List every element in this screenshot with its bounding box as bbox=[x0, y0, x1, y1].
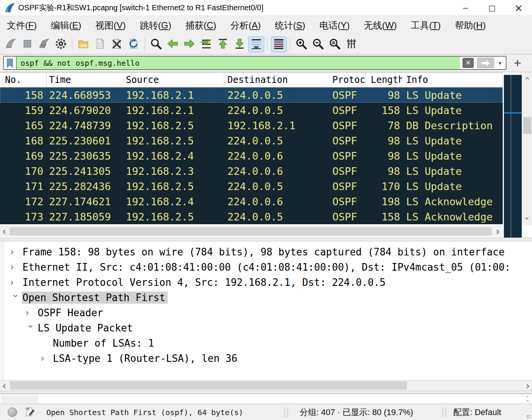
close-button[interactable]: × bbox=[505, 0, 532, 16]
menu-item[interactable]: 统计(S) bbox=[275, 19, 305, 32]
detail-tree-item[interactable]: ›Ethernet II, Src: c4:01:08:41:00:00 (c4… bbox=[3, 260, 532, 275]
cell-protocol: OSPF bbox=[330, 211, 366, 223]
filter-add-button[interactable]: + bbox=[511, 54, 524, 71]
go-forward-button[interactable] bbox=[181, 36, 197, 52]
details-hscrollbar[interactable]: ‹ › bbox=[0, 380, 532, 391]
packet-list-vscroll-thumb[interactable] bbox=[523, 117, 531, 134]
save-file-button[interactable]: 01010110 bbox=[92, 36, 108, 52]
filter-bar: ospf && not ospf.msg.hello ✕ ▾ + bbox=[0, 54, 532, 72]
details-tree: ›Frame 158: 98 bytes on wire (784 bits),… bbox=[3, 244, 532, 366]
go-to-packet-button[interactable] bbox=[198, 36, 214, 52]
menu-item[interactable]: 捕获(C) bbox=[185, 19, 216, 32]
menu-item[interactable]: 帮助(H) bbox=[455, 19, 486, 32]
detail-tree-item[interactable]: ›OSPF Header bbox=[3, 305, 532, 320]
packet-row[interactable]: 169225.230635192.168.2.4224.0.0.6OSPF98L… bbox=[0, 148, 503, 163]
minimap-selected-marker bbox=[504, 112, 522, 114]
packet-row[interactable]: 165224.748739192.168.2.5192.168.2.1OSPF7… bbox=[0, 118, 503, 133]
go-bottom-button[interactable] bbox=[232, 36, 248, 52]
close-file-button[interactable] bbox=[109, 36, 125, 52]
column-header-time[interactable]: Time bbox=[47, 73, 124, 87]
restart-capture-button[interactable] bbox=[36, 36, 52, 52]
maximize-button[interactable]: □ bbox=[479, 0, 505, 16]
menu-item[interactable]: 工具(T) bbox=[411, 19, 441, 32]
expert-info-icon[interactable] bbox=[8, 407, 17, 417]
pane-splitter-bottom[interactable] bbox=[0, 391, 532, 394]
menu-item[interactable]: 文件(F) bbox=[7, 19, 37, 32]
reload-file-icon bbox=[127, 38, 140, 51]
go-top-icon bbox=[217, 38, 229, 51]
scroll-up-icon[interactable]: › bbox=[522, 73, 532, 83]
colorize-button[interactable] bbox=[271, 36, 287, 52]
scroll-left-icon[interactable]: ‹ bbox=[0, 227, 8, 236]
minimize-button[interactable]: − bbox=[452, 0, 479, 16]
detail-tree-item[interactable]: ›LSA-type 1 (Router-LSA), len 36 bbox=[3, 351, 532, 366]
filter-clear-button[interactable]: ✕ bbox=[462, 58, 474, 68]
open-file-icon bbox=[77, 38, 89, 51]
tree-collapsed-icon[interactable]: › bbox=[10, 262, 22, 273]
capture-comment-icon[interactable] bbox=[25, 407, 35, 417]
column-header-no[interactable]: No. bbox=[0, 73, 47, 87]
menu-item[interactable]: 电话(Y) bbox=[319, 19, 350, 32]
details-hscroll-thumb[interactable] bbox=[10, 381, 407, 390]
go-back-button[interactable] bbox=[165, 36, 181, 52]
packet-row[interactable]: 168225.230601192.168.2.5224.0.0.5OSPF98L… bbox=[0, 133, 503, 148]
menu-item[interactable]: 无线(W) bbox=[364, 19, 397, 32]
find-packet-button[interactable] bbox=[148, 36, 164, 52]
packet-list-vscrollbar[interactable]: › › bbox=[522, 72, 532, 225]
go-top-button[interactable] bbox=[215, 36, 231, 52]
zoom-reset-button[interactable] bbox=[327, 36, 343, 52]
zoom-in-button[interactable] bbox=[293, 36, 309, 52]
column-header-protocol[interactable]: Protocol bbox=[330, 73, 366, 87]
filter-dropdown-button[interactable]: ▾ bbox=[494, 57, 506, 69]
reload-file-button[interactable] bbox=[125, 36, 141, 52]
bytes-pane-spinner[interactable]: › › bbox=[524, 395, 530, 404]
capture-options-button[interactable] bbox=[53, 36, 69, 52]
packet-row[interactable]: 171225.282436192.168.2.5224.0.0.5OSPF170… bbox=[0, 179, 503, 194]
menu-item[interactable]: 编辑(E) bbox=[51, 19, 81, 32]
detail-tree-item[interactable]: ›Open Shortest Path First bbox=[3, 290, 532, 305]
tree-expanded-icon[interactable]: › bbox=[25, 325, 36, 336]
scroll-right-icon[interactable]: › bbox=[494, 227, 502, 236]
zoom-out-button[interactable] bbox=[310, 36, 326, 52]
menu-item[interactable]: 视图(V) bbox=[95, 19, 126, 32]
stop-capture-button[interactable] bbox=[19, 36, 35, 52]
scroll-right-icon[interactable]: › bbox=[524, 380, 532, 391]
auto-scroll-button[interactable] bbox=[248, 36, 264, 52]
zoom-reset-icon bbox=[329, 38, 341, 51]
status-profile[interactable]: 配置: Default bbox=[453, 404, 501, 420]
detail-tree-item[interactable]: ›LS Update Packet bbox=[3, 320, 532, 336]
scroll-left-icon[interactable]: ‹ bbox=[0, 380, 8, 391]
display-filter-input[interactable]: ospf && not ospf.msg.hello bbox=[17, 57, 460, 69]
column-header-length[interactable]: Length bbox=[366, 73, 402, 87]
cell-destination: 224.0.0.6 bbox=[224, 150, 330, 162]
filter-bookmark-button[interactable] bbox=[4, 57, 17, 69]
packet-row[interactable]: 159224.679020192.168.2.1224.0.0.5OSPF158… bbox=[0, 103, 503, 118]
open-file-button[interactable] bbox=[75, 36, 91, 52]
tree-expanded-icon[interactable]: › bbox=[10, 294, 21, 306]
scroll-down-icon[interactable]: › bbox=[522, 214, 532, 223]
tree-collapsed-icon[interactable]: › bbox=[10, 277, 22, 288]
cell-time: 227.174621 bbox=[47, 196, 124, 208]
detail-tree-item[interactable]: ›Number of LSAs: 1 bbox=[3, 336, 532, 351]
packet-list-hscrollbar[interactable]: ‹ › bbox=[0, 226, 503, 236]
resize-grip[interactable] bbox=[527, 415, 530, 418]
packet-row[interactable]: 170225.241305192.168.2.3224.0.0.6OSPF98L… bbox=[0, 163, 503, 179]
resize-columns-button[interactable] bbox=[343, 36, 359, 52]
packet-row[interactable]: 158224.668953192.168.2.1224.0.0.5OSPF98L… bbox=[0, 87, 503, 103]
filter-apply-button[interactable] bbox=[477, 57, 494, 68]
pane-splitter-top[interactable] bbox=[0, 238, 532, 241]
packet-list-hscroll-thumb[interactable] bbox=[10, 227, 492, 236]
start-capture-button[interactable] bbox=[3, 36, 19, 52]
menu-item[interactable]: 跳转(G) bbox=[140, 19, 172, 32]
detail-tree-item[interactable]: ›Frame 158: 98 bytes on wire (784 bits),… bbox=[3, 244, 532, 260]
tree-collapsed-icon[interactable]: › bbox=[10, 247, 22, 257]
tree-collapsed-icon[interactable]: › bbox=[41, 353, 52, 364]
column-header-destination[interactable]: Destination bbox=[224, 73, 330, 87]
tree-collapsed-icon[interactable]: › bbox=[25, 307, 37, 318]
column-header-info[interactable]: Info bbox=[402, 73, 503, 87]
detail-tree-item[interactable]: ›Internet Protocol Version 4, Src: 192.1… bbox=[3, 275, 532, 290]
packet-row[interactable]: 173227.185059192.168.2.5224.0.0.5OSPF158… bbox=[0, 209, 503, 224]
column-header-source[interactable]: Source bbox=[124, 73, 224, 87]
menu-item[interactable]: 分析(A) bbox=[230, 19, 261, 32]
packet-row[interactable]: 172227.174621192.168.2.4224.0.0.6OSPF198… bbox=[0, 194, 503, 209]
